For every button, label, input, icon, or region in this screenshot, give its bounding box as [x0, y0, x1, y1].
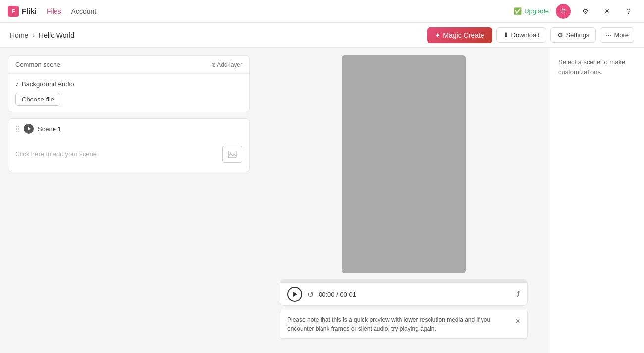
right-panel: Select a scene to make customizations.: [550, 48, 644, 353]
common-scene-title: Common scene: [15, 61, 60, 68]
sun-icon: ☀: [604, 7, 610, 15]
scene1-card: ⣿ Scene 1 Click here to edit your scene: [8, 118, 250, 172]
player-left-controls: ↺ 00:00 / 00:01: [287, 287, 356, 302]
more-button[interactable]: ⋯ More: [600, 27, 634, 43]
download-icon: ⬇: [503, 31, 509, 39]
right-panel-text: Select a scene to make customizations.: [558, 57, 636, 77]
checkmark-icon: ✅: [514, 7, 522, 15]
tools-icon: ⚙: [582, 7, 589, 15]
upgrade-button[interactable]: ✅ Upgrade: [514, 7, 549, 15]
player-progress-bar[interactable]: [280, 280, 527, 283]
video-preview: [342, 55, 466, 273]
svg-rect-0: [228, 151, 236, 158]
more-dots-icon: ⋯: [605, 31, 612, 39]
settings-button[interactable]: ⚙ Settings: [550, 27, 596, 43]
nav-right: ✅ Upgrade ⏱ ⚙ ☀ ?: [514, 4, 636, 19]
play-button[interactable]: [287, 287, 302, 302]
common-scene-card: Common scene ⊕ Add layer ♪ Background Au…: [8, 55, 250, 112]
common-scene-body: ♪ Background Audio Choose file: [8, 74, 249, 112]
breadcrumb: Home › Hello World: [10, 31, 74, 39]
notice-bar: Please note that this is a quick preview…: [280, 310, 528, 339]
breadcrumb-home[interactable]: Home: [10, 31, 28, 39]
timer-button[interactable]: ⏱: [556, 4, 571, 19]
player-controls: ↺ 00:00 / 00:01 ⤴: [280, 283, 527, 305]
main-layout: Common scene ⊕ Add layer ♪ Background Au…: [0, 48, 644, 353]
drag-handle-icon[interactable]: ⣿: [15, 125, 20, 132]
tools-button[interactable]: ⚙: [578, 4, 592, 19]
center-panel: ↺ 00:00 / 00:01 ⤴ Please note that this …: [258, 48, 550, 353]
time-display: 00:00 / 00:01: [319, 291, 356, 298]
scene1-image-icon[interactable]: [222, 146, 242, 163]
choose-file-button[interactable]: Choose file: [15, 93, 60, 106]
nav-files[interactable]: Files: [47, 7, 61, 15]
breadcrumb-bar: Home › Hello World ✦ Magic Create ⬇ Down…: [0, 23, 644, 48]
theme-button[interactable]: ☀: [599, 4, 614, 19]
share-icon[interactable]: ⤴: [516, 290, 520, 299]
help-icon: ?: [627, 7, 631, 15]
scene1-play-icon[interactable]: [24, 124, 34, 134]
settings-label: Settings: [566, 31, 589, 39]
add-layer-button[interactable]: ⊕ Add layer: [211, 61, 242, 68]
bg-audio-label: Background Audio: [22, 80, 74, 88]
magic-create-button[interactable]: ✦ Magic Create: [427, 27, 492, 43]
breadcrumb-separator: ›: [32, 31, 35, 39]
time-separator: /: [335, 291, 340, 298]
more-label: More: [614, 31, 629, 39]
scene1-placeholder: Click here to edit your scene: [15, 151, 97, 158]
toolbar-actions: ✦ Magic Create ⬇ Download ⚙ Settings ⋯ M…: [427, 27, 634, 43]
download-button[interactable]: ⬇ Download: [496, 27, 547, 43]
player-bar: ↺ 00:00 / 00:01 ⤴: [280, 279, 528, 306]
bg-audio-row: ♪ Background Audio: [15, 80, 242, 88]
notice-text: Please note that this is a quick preview…: [287, 315, 511, 333]
time-total: 00:01: [340, 291, 356, 298]
top-nav: F Fliki Files Account ✅ Upgrade ⏱ ⚙ ☀ ?: [0, 0, 644, 23]
replay-icon[interactable]: ↺: [307, 290, 314, 299]
upgrade-label: Upgrade: [524, 7, 549, 15]
settings-icon: ⚙: [557, 31, 563, 39]
time-current: 00:00: [319, 291, 335, 298]
scene1-header: ⣿ Scene 1: [8, 119, 249, 139]
logo[interactable]: F Fliki: [8, 6, 37, 17]
notice-close-button[interactable]: ×: [516, 315, 520, 327]
logo-icon: F: [8, 6, 19, 17]
left-panel: Common scene ⊕ Add layer ♪ Background Au…: [0, 48, 258, 353]
scene1-title: Scene 1: [38, 125, 61, 133]
music-icon: ♪: [15, 80, 19, 88]
play-icon: [293, 292, 297, 297]
nav-account[interactable]: Account: [71, 7, 97, 15]
logo-label: Fliki: [22, 7, 37, 15]
nav-left: F Fliki Files Account: [8, 6, 96, 17]
scene1-body[interactable]: Click here to edit your scene: [8, 139, 249, 172]
help-button[interactable]: ?: [621, 4, 636, 19]
breadcrumb-current: Hello World: [39, 31, 74, 39]
timer-icon: ⏱: [560, 8, 566, 15]
download-label: Download: [511, 31, 540, 39]
common-scene-header: Common scene ⊕ Add layer: [8, 56, 249, 74]
